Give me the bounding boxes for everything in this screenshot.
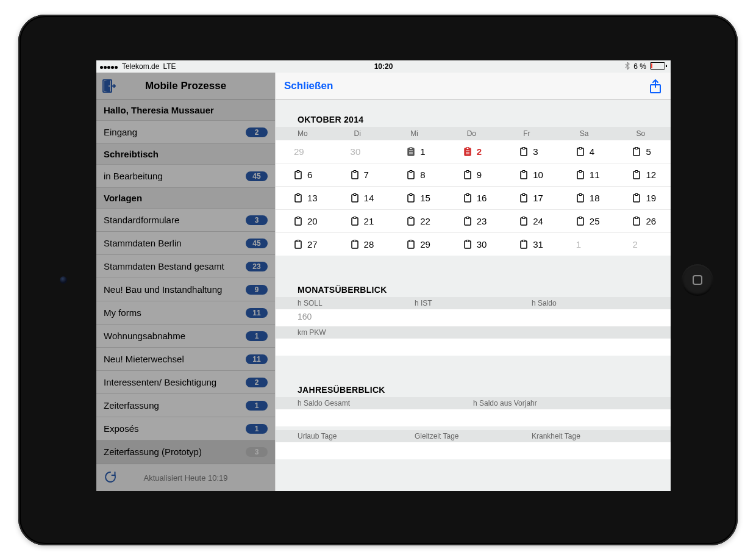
svg-point-4 xyxy=(109,85,110,87)
detail-pane: Schließen OKTOBER 2014 MoDiMiDoFrSaSo 29… xyxy=(276,73,671,491)
month-overview-km: km PKW xyxy=(276,326,671,339)
year-overview-row1[interactable] xyxy=(276,409,671,426)
sidebar-item-label: Stammdaten Bestand gesamt xyxy=(104,261,224,271)
sidebar-item[interactable]: Wohnungsabnahme1 xyxy=(96,325,275,348)
calendar-day[interactable]: 25 xyxy=(558,210,615,232)
updated-label: Aktualisiert Heute 10:19 xyxy=(104,473,268,483)
day-number: 8 xyxy=(420,170,431,180)
svg-rect-17 xyxy=(522,147,525,149)
svg-rect-71 xyxy=(466,240,469,242)
calendar-day[interactable]: 2 xyxy=(445,140,502,163)
calendar-day[interactable]: 20 xyxy=(276,210,332,232)
status-bar: Telekom.de LTE 10:20 6 % xyxy=(96,60,671,73)
sidebar-item-label: in Bearbeitung xyxy=(104,171,163,181)
svg-rect-61 xyxy=(579,217,582,218)
svg-rect-21 xyxy=(635,147,638,149)
calendar-day[interactable]: 8 xyxy=(388,163,445,186)
calendar-day[interactable]: 14 xyxy=(332,187,389,209)
sidebar-item-selected[interactable]: Zeiterfassung (Prototyp) 3 xyxy=(96,440,275,464)
calendar-day[interactable]: 6 xyxy=(276,163,332,186)
sidebar-item[interactable]: Zeiterfassung1 xyxy=(96,394,275,417)
calendar-day[interactable]: 19 xyxy=(614,187,671,209)
svg-rect-51 xyxy=(297,217,299,218)
day-number: 17 xyxy=(533,193,544,203)
door-icon[interactable] xyxy=(102,79,116,93)
day-number: 16 xyxy=(477,193,488,203)
sidebar-item[interactable]: Exposés1 xyxy=(96,417,275,440)
day-number: 27 xyxy=(307,239,318,249)
calendar-day[interactable]: 15 xyxy=(388,187,445,209)
home-button[interactable] xyxy=(682,264,713,296)
day-number: 10 xyxy=(533,170,544,180)
calendar-day[interactable]: 29 xyxy=(388,233,445,256)
sidebar-item-inbox[interactable]: Eingang 2 xyxy=(96,121,275,144)
calendar-day[interactable]: 27 xyxy=(276,233,332,256)
svg-rect-69 xyxy=(410,240,412,242)
calendar-day[interactable]: 21 xyxy=(332,210,389,232)
calendar-day[interactable]: 3 xyxy=(501,140,558,163)
clipboard-icon xyxy=(463,147,472,157)
calendar-day[interactable]: 22 xyxy=(388,210,445,232)
svg-rect-65 xyxy=(297,240,299,242)
calendar-day[interactable]: 11 xyxy=(558,163,615,186)
badge: 3 xyxy=(246,215,268,225)
calendar-day[interactable]: 7 xyxy=(332,163,389,186)
greeting: Hallo, Theresia Mussauer xyxy=(96,100,275,121)
calendar-day[interactable]: 10 xyxy=(501,163,558,186)
calendar-day[interactable]: 18 xyxy=(558,187,615,209)
sidebar-item[interactable]: Neu! Mieterwechsel11 xyxy=(96,348,275,371)
clipboard-icon xyxy=(576,217,585,226)
col-label: h Saldo xyxy=(532,299,649,307)
month-overview-values[interactable]: 160 xyxy=(276,309,671,326)
calendar-day[interactable]: 4 xyxy=(558,140,615,163)
refresh-icon[interactable] xyxy=(104,470,117,484)
calendar-weekday-row: MoDiMiDoFrSaSo xyxy=(276,127,671,140)
svg-rect-67 xyxy=(354,240,356,242)
svg-rect-29 xyxy=(466,170,469,172)
sidebar-item[interactable]: My forms11 xyxy=(96,301,275,325)
sidebar-item[interactable]: Neu! Bau und Instandhaltung9 xyxy=(96,278,275,301)
badge: 23 xyxy=(246,262,268,271)
calendar-day[interactable]: 9 xyxy=(445,163,502,186)
calendar-day[interactable]: 24 xyxy=(501,210,558,232)
close-button[interactable]: Schließen xyxy=(284,80,333,92)
svg-rect-7 xyxy=(410,147,412,149)
bluetooth-icon xyxy=(625,62,630,71)
calendar-day[interactable]: 26 xyxy=(614,210,671,232)
month-overview-km-value[interactable] xyxy=(276,339,671,356)
calendar-day[interactable]: 1 xyxy=(388,140,445,163)
col-label: Krankheit Tage xyxy=(532,432,649,440)
day-number: 31 xyxy=(533,239,544,249)
col-label: h SOLL xyxy=(298,299,415,307)
svg-rect-19 xyxy=(579,147,582,149)
sidebar-item[interactable]: Interessenten/ Besichtigung2 xyxy=(96,371,275,394)
day-number: 4 xyxy=(590,146,601,157)
calendar-day[interactable]: 23 xyxy=(445,210,502,232)
share-icon[interactable] xyxy=(649,79,662,95)
calendar-day[interactable]: 13 xyxy=(276,187,332,209)
calendar-day[interactable]: 28 xyxy=(332,233,389,256)
month-overview-cols: h SOLL h IST h Saldo xyxy=(276,297,671,309)
year-overview-row2[interactable] xyxy=(276,442,671,459)
sidebar-item-inprogress[interactable]: in Bearbeitung 45 xyxy=(96,165,275,188)
calendar-day[interactable]: 5 xyxy=(614,140,671,163)
clipboard-icon xyxy=(632,217,641,226)
day-number: 13 xyxy=(307,193,318,203)
calendar-day[interactable]: 30 xyxy=(445,233,502,256)
sidebar-item[interactable]: Stammdaten Bestand gesamt23 xyxy=(96,255,275,278)
calendar-day[interactable]: 12 xyxy=(614,163,671,186)
sidebar-item[interactable]: Stammdaten Berlin45 xyxy=(96,232,275,255)
badge: 11 xyxy=(246,308,268,318)
calendar-day[interactable]: 16 xyxy=(445,187,502,209)
clipboard-icon xyxy=(519,217,528,226)
ipad-frame: Telekom.de LTE 10:20 6 % xyxy=(18,15,738,545)
clipboard-icon xyxy=(576,193,585,203)
calendar-day[interactable]: 17 xyxy=(501,187,558,209)
svg-rect-41 xyxy=(410,193,412,195)
calendar-day[interactable]: 31 xyxy=(501,233,558,256)
sidebar-item[interactable]: Standardformulare3 xyxy=(96,209,275,232)
svg-rect-49 xyxy=(635,193,638,195)
day-number: 14 xyxy=(364,193,375,203)
year-overview-cols2: Urlaub Tage Gleitzeit Tage Krankheit Tag… xyxy=(276,430,671,442)
sidebar-item-label: Eingang xyxy=(104,127,137,137)
